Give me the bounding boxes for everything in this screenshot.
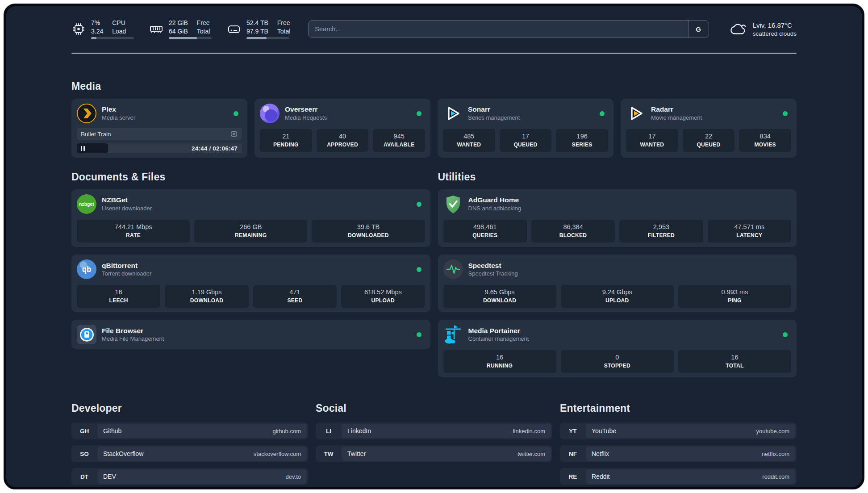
- bookmark-name: Netflix: [592, 450, 609, 457]
- service-card-overseerr[interactable]: Overseerr Media Requests 21 PENDING 40 A…: [255, 99, 430, 158]
- service-name: Plex: [102, 105, 135, 114]
- nzbget-icon: nzbget: [77, 194, 96, 214]
- section-title-utilities: Utilities: [438, 171, 797, 183]
- service-card-adguard[interactable]: AdGuard Home DNS and adblocking 498,461 …: [438, 189, 797, 247]
- bookmark-url: netflix.com: [762, 451, 789, 457]
- stat-movies: 834 MOVIES: [739, 129, 791, 152]
- stat-series: 196 SERIES: [556, 129, 608, 152]
- media-grid: Plex Media server Bullet Train: [71, 99, 797, 158]
- memory-total-label: Total: [197, 27, 210, 35]
- service-name: Media Portainer: [468, 326, 529, 335]
- service-card-filebrowser[interactable]: File Browser Media File Management: [71, 320, 430, 349]
- service-name: Radarr: [651, 105, 702, 114]
- section-title-entertainment: Entertainment: [560, 402, 797, 414]
- bookmark-netflix[interactable]: NF Netflix netflix.com: [560, 445, 797, 462]
- bookmark-group-social: Social LI LinkedIn linkedin.com TW Twitt…: [316, 402, 552, 485]
- service-subtitle: DNS and adblocking: [468, 205, 522, 213]
- stat-available: 945 AVAILABLE: [373, 129, 425, 152]
- plex-icon: [77, 104, 96, 123]
- bookmark-youtube[interactable]: YT YouTube youtube.com: [560, 422, 797, 439]
- service-card-radarr[interactable]: Radarr Movie management 17 WANTED 22 QUE…: [621, 99, 797, 158]
- service-card-speedtest[interactable]: Speedtest Speedtest Tracking 9.65 Gbps D…: [438, 255, 797, 312]
- service-name: Overseerr: [285, 105, 327, 114]
- bookmark-abbr: GH: [71, 422, 97, 439]
- bookmark-group-developer: Developer GH Github github.com SO StackO…: [71, 402, 308, 485]
- search-engine-button[interactable]: G: [688, 21, 709, 38]
- bookmark-name: Reddit: [592, 473, 609, 480]
- stat-download: 1.19 Gbps DOWNLOAD: [165, 285, 248, 308]
- disk-widget: 52.4 TB 97.9 TB Free Total: [227, 19, 290, 39]
- stat-wanted: 17 WANTED: [626, 129, 678, 152]
- stat-queued: 22 QUEUED: [683, 129, 735, 152]
- bookmark-abbr: YT: [560, 422, 586, 439]
- service-name: Speedtest: [468, 261, 518, 270]
- bookmark-abbr: SO: [71, 445, 97, 462]
- stat-remaining: 266 GB REMAINING: [194, 220, 307, 242]
- bookmark-abbr: DT: [71, 468, 97, 485]
- stat-upload: 9.24 Gbps UPLOAD: [561, 285, 674, 308]
- status-dot: [417, 332, 421, 337]
- bookmark-abbr: RE: [560, 468, 586, 485]
- stat-queries: 498,461 QUERIES: [443, 220, 527, 242]
- bookmark-name: DEV: [103, 473, 116, 480]
- stat-wanted: 485 WANTED: [443, 129, 495, 152]
- stat-running: 16 RUNNING: [443, 350, 556, 373]
- cpu-chip-icon: [71, 22, 86, 36]
- bookmark-url: twitter.com: [517, 451, 545, 457]
- service-card-plex[interactable]: Plex Media server Bullet Train: [71, 99, 247, 158]
- stat-queued: 17 QUEUED: [500, 129, 552, 152]
- session-icon: [230, 130, 238, 138]
- playback-progress: 24:44 / 02:06:47: [77, 143, 242, 153]
- bookmark-github[interactable]: GH Github github.com: [71, 422, 308, 439]
- memory-widget: 22 GiB 64 GiB Free Total: [149, 19, 212, 39]
- section-title-developer: Developer: [71, 402, 308, 414]
- disk-progress: [246, 37, 289, 39]
- service-card-qbittorrent[interactable]: qb qBittorrent Torrent downloader 16: [71, 255, 430, 312]
- service-subtitle: Series management: [468, 114, 520, 122]
- service-card-nzbget[interactable]: nzbget NZBGet Usenet downloader 744.21 M…: [71, 189, 430, 247]
- playback-time: 24:44 / 02:06:47: [192, 145, 238, 152]
- bookmark-stackoverflow[interactable]: SO StackOverflow stackoverflow.com: [71, 445, 308, 462]
- bookmark-url: youtube.com: [756, 428, 789, 435]
- status-dot: [783, 111, 788, 116]
- stat-upload: 618.52 Mbps UPLOAD: [341, 285, 425, 308]
- service-name: qBittorrent: [102, 261, 151, 270]
- bookmark-twitter[interactable]: TW Twitter twitter.com: [316, 445, 552, 462]
- stat-ping: 0.993 ms PING: [678, 285, 791, 308]
- bookmark-url: reddit.com: [762, 473, 789, 480]
- bookmark-name: StackOverflow: [103, 450, 143, 457]
- search-bar: G: [308, 20, 709, 38]
- stat-latency: 47.571 ms LATENCY: [708, 220, 791, 242]
- top-bar: 7% 3.24 CPU Load: [71, 17, 797, 41]
- overseerr-icon: [260, 104, 280, 123]
- bookmark-reddit[interactable]: RE Reddit reddit.com: [560, 468, 797, 485]
- speedtest-icon: [443, 259, 463, 279]
- service-name: File Browser: [102, 326, 164, 335]
- status-dot: [234, 111, 238, 116]
- stat-leech: 16 LEECH: [77, 285, 160, 308]
- sonarr-icon: [443, 104, 463, 123]
- cpu-progress: [91, 37, 134, 39]
- stat-total: 16 TOTAL: [678, 350, 791, 373]
- weather-widget: Lviv, 16.87°C scattered clouds: [729, 21, 797, 37]
- weather-location: Lviv, 16.87°C: [753, 21, 797, 30]
- bookmark-linkedin[interactable]: LI LinkedIn linkedin.com: [316, 422, 552, 439]
- section-title-documents: Documents & Files: [71, 171, 430, 183]
- cpu-load-label: Load: [112, 27, 126, 35]
- weather-condition: scattered clouds: [753, 30, 797, 37]
- bookmark-name: LinkedIn: [347, 427, 371, 435]
- stat-stopped: 0 STOPPED: [561, 350, 674, 373]
- service-subtitle: Torrent downloader: [102, 270, 151, 278]
- service-card-portainer[interactable]: Media Portainer Container management 16 …: [438, 320, 797, 377]
- stat-filtered: 2,953 FILTERED: [619, 220, 703, 242]
- bookmark-dev[interactable]: DT DEV dev.to: [71, 468, 308, 485]
- service-card-sonarr[interactable]: Sonarr Series management 485 WANTED 17 Q…: [438, 99, 613, 158]
- system-stats: 7% 3.24 CPU Load: [71, 19, 290, 39]
- search-input[interactable]: [308, 20, 709, 38]
- bookmark-abbr: NF: [560, 445, 586, 462]
- radarr-icon: [626, 104, 646, 123]
- portainer-icon: [443, 325, 463, 344]
- stat-downloaded: 39.6 TB DOWNLOADED: [312, 220, 425, 242]
- service-subtitle: Media File Management: [102, 335, 164, 343]
- bookmark-url: github.com: [272, 428, 301, 435]
